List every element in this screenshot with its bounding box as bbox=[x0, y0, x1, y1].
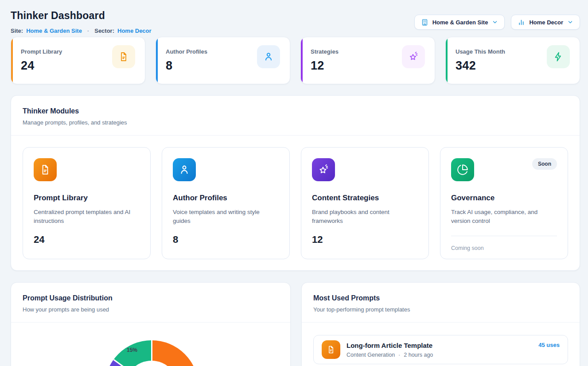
stat-label: Prompt Library bbox=[21, 48, 62, 55]
prompt-item-text: Long-form Article Template 45 uses Conte… bbox=[347, 342, 560, 358]
prompt-uses-count: 45 uses bbox=[538, 342, 560, 348]
stat-value: 8 bbox=[166, 59, 207, 73]
header-actions: Home & Garden Site Home Decor bbox=[414, 15, 580, 30]
modules-title: Thinker Modules bbox=[23, 107, 568, 115]
sparkle-star-icon bbox=[402, 45, 425, 68]
site-label: Site: bbox=[11, 27, 23, 34]
stat-label: Author Profiles bbox=[166, 48, 207, 55]
donut-chart[interactable] bbox=[105, 340, 199, 366]
donut-chart-area: 15% bbox=[11, 323, 290, 366]
sector-selector-dropdown[interactable]: Home Decor bbox=[511, 15, 580, 30]
user-icon bbox=[173, 158, 196, 181]
thinker-modules-panel: Thinker Modules Manage prompts, profiles… bbox=[11, 95, 580, 271]
breadcrumb: Site: Home & Garden Site · Sector: Home … bbox=[11, 27, 152, 34]
stat-value: 24 bbox=[21, 59, 62, 73]
module-title: Prompt Library bbox=[34, 194, 140, 202]
document-icon bbox=[322, 340, 340, 359]
module-card-governance[interactable]: Soon Governance Track AI usage, complian… bbox=[440, 147, 568, 259]
document-icon bbox=[34, 158, 57, 181]
prompts-card-header: Most Used Prompts Your top-performing pr… bbox=[302, 283, 580, 323]
stat-label: Strategies bbox=[311, 48, 339, 55]
most-used-prompts-card: Most Used Prompts Your top-performing pr… bbox=[301, 282, 580, 366]
donut-hole bbox=[125, 361, 178, 366]
module-card-content-strategies[interactable]: Content Strategies Brand playbooks and c… bbox=[301, 147, 429, 259]
modules-subtitle: Manage prompts, profiles, and strategies bbox=[23, 119, 568, 126]
meta-separator: · bbox=[398, 352, 400, 358]
coming-soon-text: Coming soon bbox=[451, 236, 557, 251]
pie-chart-icon bbox=[451, 158, 474, 181]
breadcrumb-separator: · bbox=[87, 27, 89, 34]
site-link[interactable]: Home & Garden Site bbox=[26, 27, 82, 34]
stat-card-author-profiles: Author Profiles 8 bbox=[156, 37, 290, 84]
module-count: 8 bbox=[173, 234, 279, 245]
stat-label: Usage This Month bbox=[456, 48, 505, 55]
prompt-list-item[interactable]: Long-form Article Template 45 uses Conte… bbox=[313, 335, 568, 364]
module-title: Governance bbox=[451, 194, 557, 202]
module-description: Track AI usage, compliance, and version … bbox=[451, 208, 556, 225]
usage-distribution-card: Prompt Usage Distribution How your promp… bbox=[11, 282, 291, 366]
bar-chart-icon bbox=[518, 19, 525, 26]
module-description: Brand playbooks and content frameworks bbox=[312, 208, 417, 225]
chevron-down-icon bbox=[567, 19, 573, 25]
stats-row: Prompt Library 24 Author Profiles 8 Stra… bbox=[11, 37, 580, 84]
prompt-item-meta: Content Generation · 2 hours ago bbox=[347, 352, 560, 358]
usage-card-subtitle: How your prompts are being used bbox=[23, 306, 279, 313]
module-count: 24 bbox=[34, 234, 140, 245]
stat-card-strategies: Strategies 12 bbox=[300, 37, 435, 84]
prompt-item-title: Long-form Article Template bbox=[347, 342, 432, 349]
usage-card-title: Prompt Usage Distribution bbox=[23, 294, 279, 302]
lightning-icon bbox=[547, 45, 570, 68]
prompt-timestamp: 2 hours ago bbox=[404, 352, 433, 358]
donut-percent-label: 15% bbox=[122, 347, 142, 353]
sector-selector-label: Home Decor bbox=[529, 19, 563, 26]
stat-card-prompt-library: Prompt Library 24 bbox=[11, 37, 145, 84]
prompts-card-subtitle: Your top-performing prompt templates bbox=[313, 306, 568, 313]
module-card-prompt-library[interactable]: Prompt Library Centralized prompt templa… bbox=[23, 147, 151, 259]
prompt-category: Content Generation bbox=[347, 352, 395, 358]
module-title: Author Profiles bbox=[173, 194, 279, 202]
sector-label: Sector: bbox=[94, 27, 114, 34]
stat-value: 342 bbox=[456, 59, 505, 73]
sparkle-star-icon bbox=[312, 158, 335, 181]
sector-link[interactable]: Home Decor bbox=[117, 27, 152, 34]
soon-badge: Soon bbox=[532, 158, 557, 170]
modules-panel-header: Thinker Modules Manage prompts, profiles… bbox=[11, 96, 580, 136]
modules-grid: Prompt Library Centralized prompt templa… bbox=[11, 136, 580, 271]
module-description: Centralized prompt templates and AI inst… bbox=[34, 208, 138, 225]
usage-card-header: Prompt Usage Distribution How your promp… bbox=[11, 283, 290, 323]
document-icon bbox=[112, 45, 135, 68]
site-selector-dropdown[interactable]: Home & Garden Site bbox=[414, 15, 505, 30]
stat-card-usage: Usage This Month 342 bbox=[445, 37, 580, 84]
thinker-dashboard-page: Thinker Dashboard Site: Home & Garden Si… bbox=[0, 0, 588, 366]
module-card-author-profiles[interactable]: Author Profiles Voice templates and writ… bbox=[162, 147, 290, 259]
stat-value: 12 bbox=[311, 59, 339, 73]
building-icon bbox=[421, 19, 428, 26]
module-title: Content Strategies bbox=[312, 194, 418, 202]
prompts-card-title: Most Used Prompts bbox=[313, 294, 568, 302]
page-title: Thinker Dashboard bbox=[11, 10, 152, 22]
user-icon bbox=[257, 45, 280, 68]
chevron-down-icon bbox=[492, 19, 498, 25]
site-selector-label: Home & Garden Site bbox=[432, 19, 488, 26]
module-description: Voice templates and writing style guides bbox=[173, 208, 277, 225]
header: Thinker Dashboard Site: Home & Garden Si… bbox=[11, 10, 152, 34]
module-count: 12 bbox=[312, 234, 418, 245]
